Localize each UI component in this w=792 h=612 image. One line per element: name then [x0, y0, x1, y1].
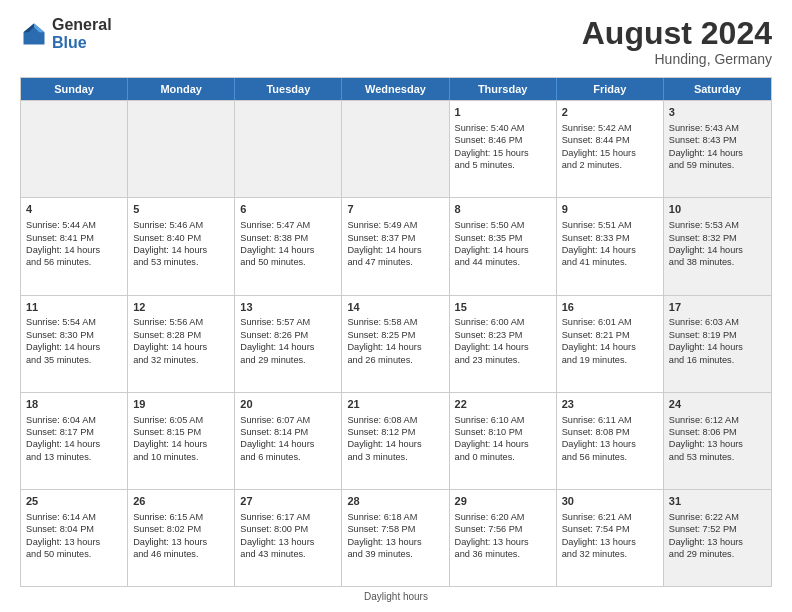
week-row-4: 18Sunrise: 6:04 AMSunset: 8:17 PMDayligh…	[21, 392, 771, 489]
day-info: Daylight: 14 hours	[26, 244, 122, 256]
day-info: Daylight: 13 hours	[455, 536, 551, 548]
day-info: and 0 minutes.	[455, 451, 551, 463]
day-info: Sunrise: 6:07 AM	[240, 414, 336, 426]
day-info: Daylight: 14 hours	[669, 244, 766, 256]
day-info: Sunset: 8:25 PM	[347, 329, 443, 341]
day-cell-18: 18Sunrise: 6:04 AMSunset: 8:17 PMDayligh…	[21, 393, 128, 489]
day-info: Sunrise: 5:44 AM	[26, 219, 122, 231]
day-cell-9: 9Sunrise: 5:51 AMSunset: 8:33 PMDaylight…	[557, 198, 664, 294]
day-info: Sunrise: 5:42 AM	[562, 122, 658, 134]
day-info: Sunset: 8:12 PM	[347, 426, 443, 438]
day-cell-21: 21Sunrise: 6:08 AMSunset: 8:12 PMDayligh…	[342, 393, 449, 489]
day-info: Sunset: 8:33 PM	[562, 232, 658, 244]
day-info: Sunrise: 6:18 AM	[347, 511, 443, 523]
day-cell-15: 15Sunrise: 6:00 AMSunset: 8:23 PMDayligh…	[450, 296, 557, 392]
day-cell-16: 16Sunrise: 6:01 AMSunset: 8:21 PMDayligh…	[557, 296, 664, 392]
day-info: Sunrise: 6:08 AM	[347, 414, 443, 426]
day-info: Sunrise: 6:11 AM	[562, 414, 658, 426]
day-info: Daylight: 14 hours	[240, 341, 336, 353]
header-day-wednesday: Wednesday	[342, 78, 449, 100]
day-number: 19	[133, 397, 229, 412]
day-info: Sunrise: 6:20 AM	[455, 511, 551, 523]
day-info: Sunset: 8:28 PM	[133, 329, 229, 341]
day-info: Daylight: 14 hours	[133, 438, 229, 450]
day-info: Sunrise: 5:43 AM	[669, 122, 766, 134]
day-info: Sunrise: 5:54 AM	[26, 316, 122, 328]
day-info: and 32 minutes.	[562, 548, 658, 560]
day-info: Daylight: 14 hours	[240, 438, 336, 450]
day-number: 1	[455, 105, 551, 120]
day-info: Sunset: 8:44 PM	[562, 134, 658, 146]
day-number: 20	[240, 397, 336, 412]
day-cell-24: 24Sunrise: 6:12 AMSunset: 8:06 PMDayligh…	[664, 393, 771, 489]
empty-cell-0-3	[342, 101, 449, 197]
day-cell-29: 29Sunrise: 6:20 AMSunset: 7:56 PMDayligh…	[450, 490, 557, 586]
day-info: Daylight: 15 hours	[455, 147, 551, 159]
day-cell-20: 20Sunrise: 6:07 AMSunset: 8:14 PMDayligh…	[235, 393, 342, 489]
day-number: 4	[26, 202, 122, 217]
day-cell-10: 10Sunrise: 5:53 AMSunset: 8:32 PMDayligh…	[664, 198, 771, 294]
day-info: and 38 minutes.	[669, 256, 766, 268]
day-info: Daylight: 13 hours	[562, 536, 658, 548]
day-info: Sunset: 8:08 PM	[562, 426, 658, 438]
day-cell-28: 28Sunrise: 6:18 AMSunset: 7:58 PMDayligh…	[342, 490, 449, 586]
header-day-friday: Friday	[557, 78, 664, 100]
day-cell-23: 23Sunrise: 6:11 AMSunset: 8:08 PMDayligh…	[557, 393, 664, 489]
day-info: Sunset: 8:38 PM	[240, 232, 336, 244]
day-info: Daylight: 14 hours	[455, 438, 551, 450]
day-info: Sunrise: 5:50 AM	[455, 219, 551, 231]
day-cell-2: 2Sunrise: 5:42 AMSunset: 8:44 PMDaylight…	[557, 101, 664, 197]
day-info: Daylight: 13 hours	[240, 536, 336, 548]
day-info: Sunrise: 6:21 AM	[562, 511, 658, 523]
day-info: Sunset: 8:02 PM	[133, 523, 229, 535]
day-info: Sunset: 7:52 PM	[669, 523, 766, 535]
day-info: Daylight: 14 hours	[669, 341, 766, 353]
day-cell-7: 7Sunrise: 5:49 AMSunset: 8:37 PMDaylight…	[342, 198, 449, 294]
logo-text: General Blue	[52, 16, 112, 51]
day-info: Sunset: 7:54 PM	[562, 523, 658, 535]
day-info: and 41 minutes.	[562, 256, 658, 268]
day-info: Sunset: 8:06 PM	[669, 426, 766, 438]
day-number: 8	[455, 202, 551, 217]
day-info: Sunrise: 6:03 AM	[669, 316, 766, 328]
day-cell-6: 6Sunrise: 5:47 AMSunset: 8:38 PMDaylight…	[235, 198, 342, 294]
day-info: Daylight: 14 hours	[347, 341, 443, 353]
empty-cell-0-1	[128, 101, 235, 197]
day-cell-12: 12Sunrise: 5:56 AMSunset: 8:28 PMDayligh…	[128, 296, 235, 392]
day-cell-27: 27Sunrise: 6:17 AMSunset: 8:00 PMDayligh…	[235, 490, 342, 586]
day-info: Daylight: 13 hours	[562, 438, 658, 450]
day-info: Sunrise: 6:17 AM	[240, 511, 336, 523]
day-info: Sunrise: 5:46 AM	[133, 219, 229, 231]
calendar-header: SundayMondayTuesdayWednesdayThursdayFrid…	[21, 78, 771, 100]
day-number: 18	[26, 397, 122, 412]
day-info: Sunset: 8:46 PM	[455, 134, 551, 146]
day-info: and 26 minutes.	[347, 354, 443, 366]
day-info: Sunset: 8:26 PM	[240, 329, 336, 341]
day-info: Sunset: 8:19 PM	[669, 329, 766, 341]
day-info: Daylight: 13 hours	[26, 536, 122, 548]
day-info: Daylight: 14 hours	[455, 244, 551, 256]
day-info: and 13 minutes.	[26, 451, 122, 463]
day-cell-1: 1Sunrise: 5:40 AMSunset: 8:46 PMDaylight…	[450, 101, 557, 197]
day-info: Sunrise: 5:47 AM	[240, 219, 336, 231]
day-number: 15	[455, 300, 551, 315]
day-number: 12	[133, 300, 229, 315]
day-info: and 50 minutes.	[26, 548, 122, 560]
day-info: Sunset: 8:35 PM	[455, 232, 551, 244]
day-info: Daylight: 14 hours	[347, 438, 443, 450]
day-info: and 29 minutes.	[240, 354, 336, 366]
day-info: Sunset: 8:41 PM	[26, 232, 122, 244]
header-day-saturday: Saturday	[664, 78, 771, 100]
day-info: Sunrise: 5:53 AM	[669, 219, 766, 231]
day-info: and 3 minutes.	[347, 451, 443, 463]
week-row-3: 11Sunrise: 5:54 AMSunset: 8:30 PMDayligh…	[21, 295, 771, 392]
day-info: Daylight: 15 hours	[562, 147, 658, 159]
day-number: 10	[669, 202, 766, 217]
day-info: and 16 minutes.	[669, 354, 766, 366]
day-number: 6	[240, 202, 336, 217]
day-info: Sunset: 8:43 PM	[669, 134, 766, 146]
day-number: 13	[240, 300, 336, 315]
day-number: 29	[455, 494, 551, 509]
day-info: Daylight: 14 hours	[455, 341, 551, 353]
day-cell-4: 4Sunrise: 5:44 AMSunset: 8:41 PMDaylight…	[21, 198, 128, 294]
